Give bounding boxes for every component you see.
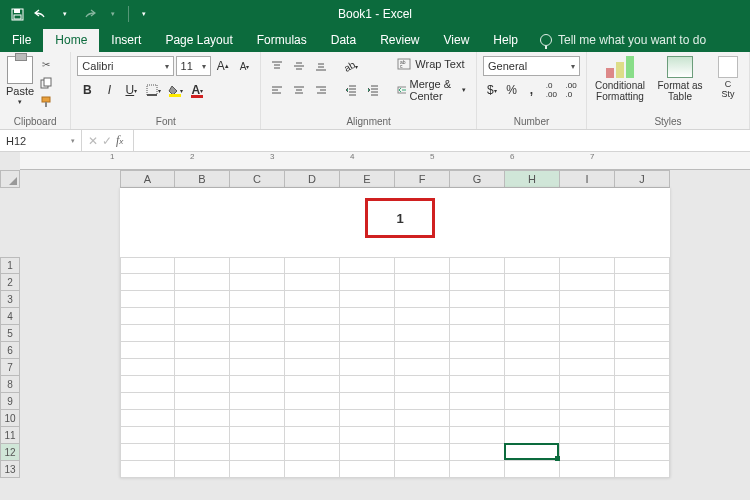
cell[interactable]	[615, 342, 670, 359]
cell[interactable]	[505, 359, 560, 376]
row-header[interactable]: 1	[0, 257, 20, 274]
increase-font-icon[interactable]: A▴	[213, 56, 233, 76]
tab-view[interactable]: View	[432, 29, 482, 52]
cell[interactable]	[505, 427, 560, 444]
cell[interactable]	[560, 444, 615, 461]
conditional-formatting-button[interactable]: Conditional Formatting	[593, 56, 647, 102]
cell[interactable]	[175, 308, 230, 325]
cell[interactable]	[175, 444, 230, 461]
row-header[interactable]: 11	[0, 427, 20, 444]
cell[interactable]	[175, 274, 230, 291]
row-header[interactable]: 4	[0, 308, 20, 325]
tab-data[interactable]: Data	[319, 29, 368, 52]
cell[interactable]	[450, 444, 505, 461]
cell[interactable]	[285, 291, 340, 308]
column-header[interactable]: I	[560, 170, 615, 188]
decrease-font-icon[interactable]: A▾	[235, 56, 255, 76]
cell[interactable]	[615, 410, 670, 427]
cell[interactable]	[505, 376, 560, 393]
cell[interactable]	[340, 376, 395, 393]
cell[interactable]	[340, 308, 395, 325]
cell[interactable]	[505, 308, 560, 325]
cell[interactable]	[560, 325, 615, 342]
cell[interactable]	[615, 359, 670, 376]
cell[interactable]	[450, 291, 505, 308]
cell[interactable]	[395, 291, 450, 308]
merge-center-button[interactable]: Merge & Center▾	[393, 76, 470, 104]
font-size-combo[interactable]: 11▾	[176, 56, 211, 76]
cell[interactable]	[450, 359, 505, 376]
cell[interactable]	[175, 461, 230, 478]
format-as-table-button[interactable]: Format as Table	[653, 56, 707, 102]
cell[interactable]	[230, 376, 285, 393]
underline-button[interactable]: U▾	[121, 80, 141, 100]
page-header-area[interactable]: 1	[120, 188, 670, 257]
cell-styles-button[interactable]: CSty	[713, 56, 743, 100]
column-header[interactable]: F	[395, 170, 450, 188]
wrap-text-button[interactable]: abcWrap Text	[393, 56, 470, 72]
column-header[interactable]: H	[505, 170, 560, 188]
cell[interactable]	[120, 410, 175, 427]
tab-formulas[interactable]: Formulas	[245, 29, 319, 52]
cell[interactable]	[120, 461, 175, 478]
cell[interactable]	[175, 376, 230, 393]
cell[interactable]	[615, 257, 670, 274]
cell[interactable]	[340, 342, 395, 359]
cell[interactable]	[120, 325, 175, 342]
cell[interactable]	[120, 359, 175, 376]
column-header[interactable]: B	[175, 170, 230, 188]
cell[interactable]	[505, 393, 560, 410]
cell[interactable]	[450, 410, 505, 427]
paste-caret[interactable]: ▾	[18, 98, 22, 106]
accounting-format-icon[interactable]: $▾	[483, 80, 501, 100]
save-icon[interactable]	[8, 5, 26, 23]
align-right-icon[interactable]	[311, 80, 331, 100]
name-box[interactable]: H12▾	[0, 130, 82, 151]
cell[interactable]	[395, 342, 450, 359]
align-left-icon[interactable]	[267, 80, 287, 100]
cell[interactable]	[120, 308, 175, 325]
cell[interactable]	[560, 393, 615, 410]
cell[interactable]	[395, 274, 450, 291]
increase-decimal-icon[interactable]: .0.00	[542, 80, 560, 100]
cell[interactable]	[175, 257, 230, 274]
cell[interactable]	[120, 342, 175, 359]
paste-icon[interactable]	[7, 56, 33, 84]
tab-file[interactable]: File	[0, 29, 43, 52]
column-header[interactable]: D	[285, 170, 340, 188]
column-header[interactable]: C	[230, 170, 285, 188]
cell[interactable]	[340, 359, 395, 376]
cell[interactable]	[615, 291, 670, 308]
cell[interactable]	[560, 274, 615, 291]
qat-caret-2[interactable]: ▾	[104, 5, 122, 23]
cell[interactable]	[505, 274, 560, 291]
cell[interactable]	[285, 325, 340, 342]
font-name-combo[interactable]: Calibri▾	[77, 56, 173, 76]
cell[interactable]	[615, 461, 670, 478]
cell[interactable]	[395, 376, 450, 393]
cell[interactable]	[230, 410, 285, 427]
cell[interactable]	[340, 393, 395, 410]
cell[interactable]	[285, 274, 340, 291]
cell[interactable]	[285, 342, 340, 359]
row-header[interactable]: 7	[0, 359, 20, 376]
cell[interactable]	[560, 461, 615, 478]
cell[interactable]	[395, 359, 450, 376]
row-header[interactable]: 13	[0, 461, 20, 478]
column-header[interactable]: E	[340, 170, 395, 188]
italic-button[interactable]: I	[99, 80, 119, 100]
cell[interactable]	[230, 257, 285, 274]
cell[interactable]	[560, 410, 615, 427]
cell[interactable]	[120, 376, 175, 393]
cell[interactable]	[395, 461, 450, 478]
row-header[interactable]: 6	[0, 342, 20, 359]
format-painter-icon[interactable]	[38, 94, 54, 110]
cell[interactable]	[615, 325, 670, 342]
column-header[interactable]: J	[615, 170, 670, 188]
row-header[interactable]: 5	[0, 325, 20, 342]
paste-button[interactable]: Paste	[6, 85, 34, 97]
cell[interactable]	[505, 291, 560, 308]
align-middle-icon[interactable]	[289, 56, 309, 76]
cell[interactable]	[340, 461, 395, 478]
row-header[interactable]: 8	[0, 376, 20, 393]
